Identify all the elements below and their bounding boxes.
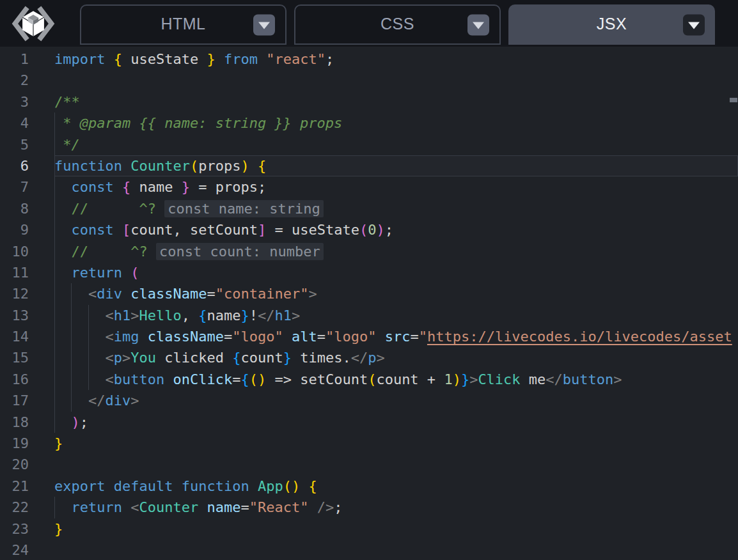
code-token: */ bbox=[54, 137, 80, 153]
code-line[interactable]: 14 <img className="logo" alt="logo" src=… bbox=[0, 326, 738, 347]
line-number: 1 bbox=[0, 49, 29, 70]
code-token bbox=[54, 307, 105, 323]
code-token bbox=[54, 244, 72, 260]
code-line-content bbox=[29, 454, 738, 475]
code-token: = bbox=[232, 371, 240, 387]
code-token: ] bbox=[258, 222, 266, 238]
code-line[interactable]: 9 const [count, setCount] = useState(0); bbox=[0, 219, 738, 240]
code-token: // bbox=[72, 244, 89, 260]
code-token: < bbox=[105, 307, 113, 323]
code-line[interactable]: 8 // ^? const name: string bbox=[0, 198, 738, 219]
code-token: onClick bbox=[173, 371, 232, 387]
code-token: > bbox=[613, 371, 622, 387]
code-line[interactable]: 21export default function App() { bbox=[0, 476, 738, 497]
code-token: function bbox=[54, 158, 122, 174]
editor-tabs-bar: HTML CSS JSX bbox=[0, 0, 738, 47]
css-tab-dropdown-button[interactable] bbox=[467, 14, 489, 35]
code-line[interactable]: 15 <p>You clicked {count} times.</p> bbox=[0, 347, 738, 368]
code-line[interactable]: 10 // ^? const count: number bbox=[0, 241, 738, 262]
tab-css[interactable]: CSS bbox=[294, 4, 501, 45]
code-token: p bbox=[368, 350, 376, 366]
code-line[interactable]: 11 return ( bbox=[0, 262, 738, 283]
code-token: You bbox=[130, 350, 156, 366]
code-token bbox=[54, 393, 88, 408]
livecodes-logo-icon bbox=[11, 6, 56, 42]
code-token: { bbox=[258, 158, 266, 174]
code-token bbox=[164, 371, 173, 387]
code-token: setCount bbox=[190, 222, 258, 238]
url-link[interactable]: https://livecodes.io/livecodes/asset bbox=[427, 329, 732, 345]
code-token: p bbox=[114, 350, 122, 366]
code-token: } bbox=[283, 350, 292, 366]
tab-jsx[interactable]: JSX bbox=[508, 4, 715, 45]
code-editor[interactable]: 1import { useState } from "react";23/**4… bbox=[0, 47, 738, 560]
code-token: return bbox=[72, 265, 122, 281]
code-token bbox=[198, 499, 207, 515]
code-line[interactable]: 4 * @param {{ name: string }} props bbox=[0, 113, 738, 134]
code-line[interactable]: 16 <button onClick={() => setCount(count… bbox=[0, 369, 738, 390]
code-line[interactable]: 18 ); bbox=[0, 412, 738, 433]
code-token: { bbox=[240, 371, 249, 387]
code-token: { bbox=[308, 478, 317, 494]
code-line-content bbox=[29, 540, 738, 560]
code-line[interactable]: 24 bbox=[0, 540, 738, 560]
code-token: clicked bbox=[156, 350, 232, 366]
code-token: } bbox=[207, 51, 215, 67]
code-token: useState bbox=[292, 222, 359, 238]
code-line[interactable]: 5 */ bbox=[0, 134, 738, 155]
code-token: > bbox=[292, 307, 300, 323]
code-token: > bbox=[308, 286, 317, 302]
chevron-down-icon bbox=[688, 22, 700, 29]
code-token: count bbox=[240, 350, 283, 366]
chevron-down-icon bbox=[473, 22, 484, 29]
code-token: ; bbox=[385, 222, 393, 238]
code-token bbox=[122, 286, 130, 302]
line-number: 10 bbox=[0, 241, 29, 262]
code-token: className bbox=[130, 286, 207, 302]
code-line[interactable]: 19} bbox=[0, 433, 738, 454]
code-token: /> bbox=[317, 499, 334, 515]
code-line[interactable]: 22 return <Counter name="React" />; bbox=[0, 497, 738, 518]
code-token bbox=[54, 414, 72, 430]
code-line[interactable]: 20 bbox=[0, 454, 738, 475]
code-line[interactable]: 3/** bbox=[0, 91, 738, 113]
code-line[interactable]: 2 bbox=[0, 70, 738, 91]
code-line[interactable]: 7 const { name } = props; bbox=[0, 176, 738, 198]
code-line-content: /** bbox=[29, 91, 738, 113]
code-line[interactable]: 17 </div> bbox=[0, 390, 738, 411]
html-tab-dropdown-button[interactable] bbox=[253, 14, 275, 35]
code-token: > bbox=[130, 307, 139, 323]
code-line[interactable]: 12 <div className="container"> bbox=[0, 283, 738, 304]
code-token: } bbox=[182, 179, 190, 195]
code-line[interactable]: 1import { useState } from "react"; bbox=[0, 49, 738, 70]
code-token: ) bbox=[376, 222, 384, 238]
code-token bbox=[88, 201, 139, 217]
code-token: Counter bbox=[139, 499, 198, 515]
code-token: ) bbox=[258, 371, 266, 387]
livecodes-logo[interactable] bbox=[11, 6, 56, 44]
code-token: ; bbox=[326, 51, 334, 67]
code-token: /** bbox=[54, 94, 80, 110]
tab-html[interactable]: HTML bbox=[80, 4, 287, 45]
line-number: 8 bbox=[0, 198, 29, 219]
line-number: 19 bbox=[0, 433, 29, 454]
code-line-content: } bbox=[29, 518, 738, 540]
code-line[interactable]: 23} bbox=[0, 518, 738, 540]
code-token: < bbox=[105, 371, 113, 387]
code-line-content: const [count, setCount] = useState(0); bbox=[29, 219, 738, 240]
code-token: "logo" bbox=[326, 329, 376, 345]
code-token: { bbox=[122, 179, 130, 195]
code-token bbox=[54, 350, 105, 366]
twoslash-ghost: const name: string bbox=[164, 200, 323, 217]
code-token bbox=[54, 371, 105, 387]
code-token: ( bbox=[283, 478, 292, 494]
code-token: } bbox=[54, 435, 63, 451]
code-token bbox=[300, 478, 308, 494]
code-line[interactable]: 13 <h1>Hello, {name}!</h1> bbox=[0, 305, 738, 326]
code-token: count bbox=[376, 371, 418, 387]
code-token bbox=[376, 329, 384, 345]
code-line[interactable]: 6function Counter(props) { bbox=[0, 155, 738, 176]
code-token: name bbox=[139, 179, 173, 195]
jsx-tab-dropdown-button[interactable] bbox=[683, 14, 705, 35]
line-number: 22 bbox=[0, 497, 29, 518]
